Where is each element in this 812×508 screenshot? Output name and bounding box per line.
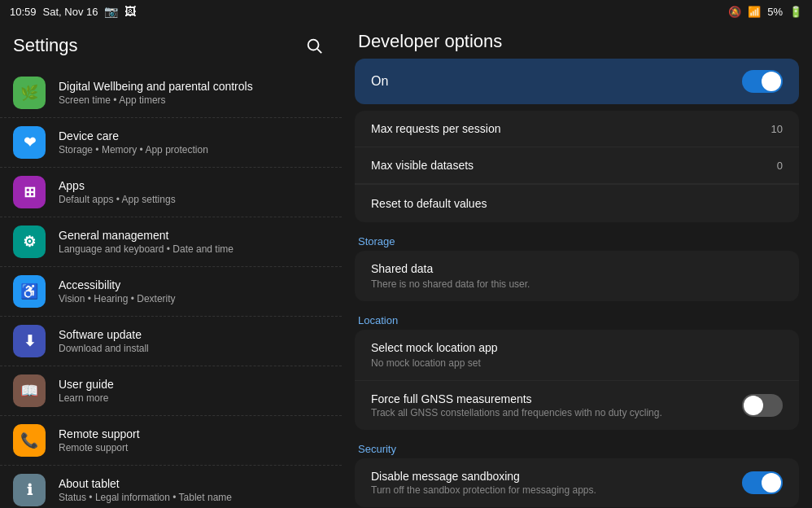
panel-title: Developer options [342,23,812,59]
battery-icon: 🔋 [789,6,802,18]
max-visible-value: 0 [777,160,783,172]
reset-label: Reset to default values [371,197,487,210]
location-section: Select mock location app No mock locatio… [355,330,799,430]
sidebar-item-digital-wellbeing[interactable]: 🌿Digital Wellbeing and parental controls… [0,68,342,118]
sidebar-item-general-management[interactable]: ⚙General managementLanguage and keyboard… [0,217,342,267]
sidebar-title-software-update: Software update [59,328,329,341]
security-section-label: Security [342,436,812,458]
search-button[interactable] [299,31,329,60]
reset-row[interactable]: Reset to default values [355,184,799,222]
shared-data-row[interactable]: Shared data There is no shared data for … [355,251,799,301]
sidebar-icon-remote-support: 📞 [13,424,46,457]
sidebar-title-user-guide: User guide [59,378,329,391]
sidebar-title-remote-support: Remote support [59,427,329,440]
gnss-sub: Track all GNSS constellations and freque… [371,407,732,418]
sidebar-item-accessibility[interactable]: ♿AccessibilityVision • Hearing • Dexteri… [0,267,342,317]
max-requests-title: Max requests per session [371,122,501,135]
sidebar-item-remote-support[interactable]: 📞Remote supportRemote support [0,416,342,466]
sidebar-header: Settings [0,23,342,68]
gnss-toggle[interactable] [742,394,783,417]
sidebar-text-user-guide: User guideLearn more [59,378,329,404]
sidebar-icon-device-care: ❤ [13,126,46,159]
sidebar-title-general-management: General management [59,229,329,242]
toggle-knob [762,72,781,91]
camera-icon: 🖼 [124,5,136,18]
sidebar-item-software-update[interactable]: ⬇Software updateDownload and install [0,317,342,366]
location-section-label: Location [342,308,812,330]
sidebar-item-about-tablet[interactable]: ℹAbout tabletStatus • Legal information … [0,466,342,508]
mock-location-row[interactable]: Select mock location app No mock locatio… [355,330,799,381]
sidebar-icon-apps: ⊞ [13,176,46,208]
sidebar-text-device-care: Device careStorage • Memory • App protec… [59,129,329,155]
sandboxing-sub: Turn off the sandbox protection for mess… [371,484,732,496]
right-panel: Developer options On Max requests per se… [342,23,812,508]
max-requests-row[interactable]: Max requests per session 10 [355,111,799,147]
sidebar-title-apps: Apps [59,179,329,192]
developer-options-toggle[interactable] [742,70,783,93]
sidebar-text-general-management: General managementLanguage and keyboard … [59,229,329,255]
sidebar-title-about-tablet: About tablet [59,477,329,490]
storage-section: Shared data There is no shared data for … [355,251,799,301]
sidebar-list: 🌿Digital Wellbeing and parental controls… [0,68,342,508]
sidebar-icon-accessibility: ♿ [13,275,46,308]
sidebar-text-about-tablet: About tabletStatus • Legal information •… [59,477,329,503]
max-visible-title: Max visible datasets [371,159,474,172]
sidebar-sub-remote-support: Remote support [59,442,329,453]
mute-icon: 🔕 [728,6,741,18]
shared-data-title: Shared data [371,262,783,275]
sidebar-text-accessibility: AccessibilityVision • Hearing • Dexterit… [59,278,329,304]
sidebar-title-digital-wellbeing: Digital Wellbeing and parental controls [59,80,329,93]
wifi-icon: 📶 [748,6,761,18]
sidebar-text-software-update: Software updateDownload and install [59,328,329,354]
max-requests-value: 10 [771,123,783,135]
sidebar-title-device-care: Device care [59,129,329,142]
sandboxing-toggle[interactable] [742,471,783,494]
mock-location-title: Select mock location app [371,341,783,354]
sidebar-sub-apps: Default apps • App settings [59,194,329,205]
gnss-toggle-knob [744,396,763,415]
screenshot-icon: 📷 [104,5,118,18]
status-time: 10:59 [10,6,37,18]
on-banner: On [355,59,799,104]
sidebar-icon-user-guide: 📖 [13,374,46,407]
on-label: On [371,74,388,89]
sidebar-sub-general-management: Language and keyboard • Date and time [59,243,329,255]
gnss-row[interactable]: Force full GNSS measurements Track all G… [355,381,799,430]
sandboxing-title: Disable message sandboxing [371,470,732,483]
battery-percent: 5% [767,6,783,18]
storage-section-label: Storage [342,229,812,251]
status-bar-left: 10:59 Sat, Nov 16 📷 🖼 [10,5,136,18]
sidebar-title-accessibility: Accessibility [59,278,329,291]
general-settings-section: Max requests per session 10 Max visible … [355,111,799,222]
sidebar-sub-software-update: Download and install [59,343,329,354]
sidebar-sub-digital-wellbeing: Screen time • App timers [59,94,329,106]
sidebar-icon-about-tablet: ℹ [13,474,46,506]
sidebar-icon-software-update: ⬇ [13,325,46,357]
sidebar-item-apps[interactable]: ⊞AppsDefault apps • App settings [0,168,342,217]
sandboxing-row[interactable]: Disable message sandboxing Turn off the … [355,458,799,507]
sandboxing-toggle-knob [762,473,781,493]
sidebar-text-remote-support: Remote supportRemote support [59,427,329,453]
sidebar-title: Settings [13,35,78,56]
sidebar-item-device-care[interactable]: ❤Device careStorage • Memory • App prote… [0,118,342,168]
security-section: Disable message sandboxing Turn off the … [355,458,799,507]
sidebar-item-user-guide[interactable]: 📖User guideLearn more [0,366,342,416]
status-bar-right: 🔕 📶 5% 🔋 [728,6,802,18]
svg-point-0 [308,40,319,50]
sidebar-sub-device-care: Storage • Memory • App protection [59,144,329,155]
sidebar-sub-accessibility: Vision • Hearing • Dexterity [59,293,329,304]
status-date: Sat, Nov 16 [43,6,98,18]
status-bar: 10:59 Sat, Nov 16 📷 🖼 🔕 📶 5% 🔋 [0,0,812,23]
svg-line-1 [317,49,321,53]
sidebar-sub-about-tablet: Status • Legal information • Tablet name [59,492,329,503]
gnss-title: Force full GNSS measurements [371,392,732,405]
sidebar-icon-digital-wellbeing: 🌿 [13,77,46,109]
sidebar-text-digital-wellbeing: Digital Wellbeing and parental controlsS… [59,80,329,106]
max-visible-row[interactable]: Max visible datasets 0 [355,147,799,184]
sidebar-icon-general-management: ⚙ [13,226,46,258]
shared-data-sub: There is no shared data for this user. [371,278,783,290]
mock-location-sub: No mock location app set [371,357,783,369]
sidebar-sub-user-guide: Learn more [59,392,329,404]
sidebar-text-apps: AppsDefault apps • App settings [59,179,329,205]
main-layout: Settings 🌿Digital Wellbeing and parental… [0,23,812,508]
